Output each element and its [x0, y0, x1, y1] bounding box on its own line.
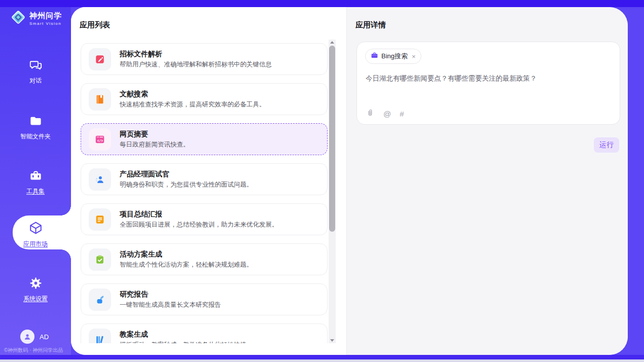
query-input-area[interactable]: Bing搜索 × 今日湖北有哪些新闻要点？有哪些需要关注的最新政策？ @ # — [356, 42, 620, 125]
briefcase-icon — [371, 52, 378, 61]
scrollbar-thumb[interactable] — [329, 46, 335, 232]
sidebar-item-toolset[interactable]: 工具集 — [0, 169, 71, 196]
app-name: 招标文件解析 — [120, 50, 162, 59]
composer-toolbar: @ # — [366, 108, 404, 119]
edit-document-icon — [89, 48, 111, 70]
app-card-lesson-plan[interactable]: 教案生成 模板驱动，教案秒成，教学准备从此轻松快捷 — [81, 323, 328, 343]
app-description: 智能生成个性化活动方案，轻松解决规划难题。 — [120, 261, 253, 269]
bubble-top-connector — [61, 205, 71, 215]
sidebar-item-label: 应用市场 — [23, 240, 48, 248]
tool-chip-label: Bing搜索 — [381, 52, 408, 61]
app-description: 全面回顾项目进展，总结经验教训，助力未来优化发展。 — [120, 221, 278, 229]
sidebar-item-chat[interactable]: 对话 — [0, 58, 71, 85]
user-initials: AD — [40, 333, 49, 341]
app-description: 每日政府新闻资讯快查。 — [120, 140, 190, 149]
logo-diamond-icon — [10, 9, 26, 27]
chip-close-icon[interactable]: × — [412, 53, 416, 60]
app-name: 产品经理面试官 — [120, 170, 169, 179]
app-list-scroll-area: 招标文件解析 帮助用户快速、准确地理解和解析招标书中的关键信息 文献搜索 快速精… — [71, 7, 346, 343]
note-icon — [89, 208, 111, 231]
logo-subtitle: Smart Vision — [29, 21, 62, 26]
browser-code-icon: </> — [89, 128, 111, 151]
cube-icon — [28, 221, 43, 237]
sidebar-item-app-market[interactable]: 应用市场 — [0, 221, 71, 248]
app-card-web-summary[interactable]: </> 网页摘要 每日政府新闻资讯快查。 — [81, 123, 328, 155]
research-report-icon — [89, 288, 111, 311]
query-text: 今日湖北有哪些新闻要点？有哪些需要关注的最新政策？ — [366, 74, 609, 83]
sidebar-item-label: 对话 — [29, 77, 42, 85]
app-card-research-report[interactable]: 研究报告 一键智能生成高质量长文本研究报告 — [81, 283, 328, 315]
app-card-event-plan[interactable]: 活动方案生成 智能生成个性化活动方案，轻松解决规划难题。 — [81, 243, 328, 275]
logo-title: 神州问学 — [29, 11, 62, 21]
app-description: 模板驱动，教案秒成，教学准备从此轻松快捷 — [120, 341, 246, 343]
folder-icon — [29, 114, 43, 130]
sidebar: 神州问学 Smart Vision 对话 智能文件夹 — [0, 7, 71, 355]
scroll-up-arrow[interactable] — [330, 41, 334, 44]
main-content: 应用列表 招标文件解析 帮助用户快速、准确地理解和解析招标书中的关键信息 — [71, 7, 628, 355]
at-mention-icon[interactable]: @ — [383, 110, 391, 118]
paperclip-icon[interactable] — [366, 108, 375, 119]
window-top-strip — [0, 0, 644, 7]
run-button[interactable]: 运行 — [594, 137, 619, 153]
window-bottom-bar — [0, 355, 644, 359]
app-list-panel: 应用列表 招标文件解析 帮助用户快速、准确地理解和解析招标书中的关键信息 — [71, 7, 346, 355]
app-card-literature-search[interactable]: 文献搜索 快速精准查找学术资源，提高研究效率的必备工具。 — [81, 83, 328, 115]
app-description: 帮助用户快速、准确地理解和解析招标书中的关键信息 — [120, 60, 272, 69]
toolbox-icon — [29, 169, 43, 185]
clipboard-check-icon — [89, 248, 111, 271]
app-card-pm-interviewer[interactable]: 产品经理面试官 明确身份和职责，为您提供专业性的面试问题。 — [81, 163, 328, 195]
chat-icon — [29, 58, 43, 74]
sidebar-item-label: 系统设置 — [23, 295, 48, 303]
user-account[interactable]: AD — [20, 330, 49, 344]
avatar — [20, 330, 34, 344]
sidebar-item-label: 工具集 — [26, 187, 45, 196]
sidebar-footer-credit: ©神州数码 · 神州问学出品 — [4, 347, 71, 354]
app-window: 神州问学 Smart Vision 对话 智能文件夹 — [0, 0, 644, 362]
tool-chip-bing-search[interactable]: Bing搜索 × — [365, 49, 421, 64]
app-detail-panel: 应用详情 Bing搜索 × 今日湖北有哪些新闻要点？有哪些需要关注的最新政策？ — [346, 7, 628, 355]
app-description: 快速精准查找学术资源，提高研究效率的必备工具。 — [120, 100, 266, 109]
app-name: 活动方案生成 — [120, 250, 162, 259]
hash-tag-icon[interactable]: # — [400, 110, 404, 118]
gear-icon — [29, 276, 43, 292]
app-detail-title: 应用详情 — [355, 20, 386, 30]
app-logo: 神州问学 Smart Vision — [10, 9, 62, 27]
list-scrollbar[interactable] — [329, 40, 336, 343]
sidebar-item-label: 智能文件夹 — [20, 132, 51, 141]
scroll-down-arrow[interactable] — [330, 339, 334, 342]
sidebar-item-settings[interactable]: 系统设置 — [0, 276, 71, 303]
sidebar-item-smart-folder[interactable]: 智能文件夹 — [0, 114, 71, 141]
app-card-tender-analysis[interactable]: 招标文件解析 帮助用户快速、准确地理解和解析招标书中的关键信息 — [81, 43, 328, 75]
app-name: 研究报告 — [120, 290, 148, 299]
book-icon — [89, 88, 111, 111]
svg-text:</>: </> — [97, 139, 103, 143]
bubble-bottom-connector — [61, 249, 71, 260]
app-card-project-summary[interactable]: 项目总结汇报 全面回顾项目进展，总结经验教训，助力未来优化发展。 — [81, 203, 328, 235]
app-name: 文献搜索 — [120, 90, 148, 99]
books-icon — [89, 329, 111, 343]
app-name: 网页摘要 — [120, 130, 148, 139]
window-bottom-edge — [0, 359, 644, 362]
app-name: 教案生成 — [120, 330, 148, 339]
app-description: 一键智能生成高质量长文本研究报告 — [120, 301, 221, 309]
app-description: 明确身份和职责，为您提供专业性的面试问题。 — [120, 180, 253, 189]
interviewer-icon — [89, 168, 111, 191]
app-name: 项目总结汇报 — [120, 210, 162, 219]
